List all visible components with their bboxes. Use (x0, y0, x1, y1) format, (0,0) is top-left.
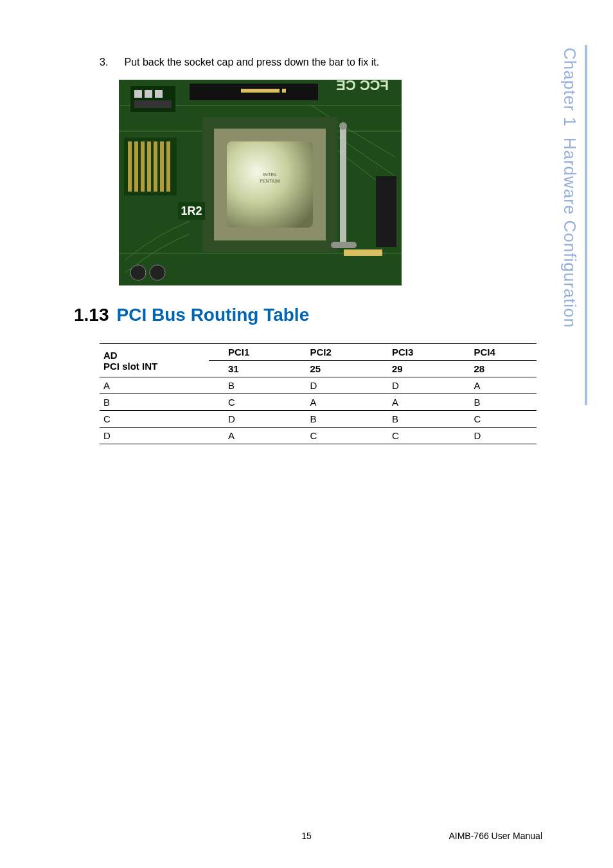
table-row: ABDDA (100, 377, 537, 394)
svg-rect-9 (145, 90, 152, 98)
motherboard-photo: FCC CE (119, 80, 402, 285)
table-cell: C (209, 394, 291, 411)
svg-rect-8 (134, 90, 142, 98)
table-cell: C (455, 411, 537, 428)
silkscreen-label: 1R2 (181, 204, 202, 217)
col-head-pci4: PCI4 (455, 344, 537, 361)
step-text: Put back the socket cap and press down t… (124, 57, 379, 68)
heading-title: PCI Bus Routing Table (117, 305, 310, 325)
heading-number: 1.13 (74, 305, 109, 325)
svg-rect-31 (154, 141, 157, 192)
table-cell: D (291, 377, 373, 394)
step-number: 3. (100, 57, 121, 68)
svg-point-24 (339, 122, 347, 130)
table-cell: B (455, 394, 537, 411)
ad-val-pci3: 29 (373, 361, 455, 377)
ad-val-pci2: 25 (291, 361, 373, 377)
svg-text:FCC CE: FCC CE (336, 80, 389, 93)
row-header-block: AD PCI slot INT (100, 344, 209, 377)
svg-rect-32 (160, 141, 164, 192)
svg-rect-23 (331, 242, 357, 248)
table-header-row-1: AD PCI slot INT PCI1 PCI2 PCI3 PCI4 (100, 344, 537, 361)
head-label-ad: AD (103, 350, 205, 361)
svg-rect-10 (155, 90, 163, 98)
ad-val-pci4: 28 (455, 361, 537, 377)
svg-rect-29 (141, 141, 145, 192)
table-cell: C (291, 428, 373, 444)
table-cell: B (291, 411, 373, 428)
table-cell: D (209, 411, 291, 428)
svg-rect-5 (241, 89, 280, 93)
footer-page-number: 15 (301, 831, 312, 841)
svg-rect-6 (282, 89, 286, 93)
svg-rect-19 (227, 141, 313, 228)
side-tab: Chapter 1 Hardware Configuration (562, 45, 587, 405)
row-label: B (100, 394, 209, 411)
table-cell: A (291, 394, 373, 411)
svg-rect-22 (340, 125, 346, 247)
row-label: C (100, 411, 209, 428)
svg-text:PENTIUM: PENTIUM (260, 179, 280, 183)
side-text: Chapter 1 Hardware Configuration (560, 48, 580, 328)
section-heading: 1.13 PCI Bus Routing Table (74, 305, 488, 325)
table-cell: A (455, 377, 537, 394)
svg-rect-11 (134, 100, 172, 108)
col-head-pci1: PCI1 (209, 344, 291, 361)
table-row: CDBBC (100, 411, 537, 428)
table-cell: A (373, 394, 455, 411)
table-cell: D (455, 428, 537, 444)
ad-val-pci1: 31 (209, 361, 291, 377)
svg-rect-16 (344, 249, 382, 256)
table-row: BCAAB (100, 394, 537, 411)
table-cell: A (209, 428, 291, 444)
footer-manual-title: AIMB-766 User Manual (449, 831, 542, 841)
table-cell: B (373, 411, 455, 428)
side-bar (585, 45, 587, 405)
row-label: D (100, 428, 209, 444)
svg-point-13 (150, 265, 165, 280)
table-row: DACCD (100, 428, 537, 444)
pci-routing-table: AD PCI slot INT PCI1 PCI2 PCI3 PCI4 31 2… (100, 343, 537, 444)
row-label: A (100, 377, 209, 394)
svg-point-12 (130, 265, 146, 280)
svg-rect-28 (134, 141, 138, 192)
side-section: Hardware Configuration (560, 138, 580, 329)
table-cell: C (373, 428, 455, 444)
svg-rect-33 (166, 141, 170, 192)
col-head-pci2: PCI2 (291, 344, 373, 361)
svg-rect-27 (128, 141, 132, 192)
head-label-slot: PCI slot INT (103, 361, 205, 372)
table-cell: B (209, 377, 291, 394)
col-head-pci3: PCI3 (373, 344, 455, 361)
svg-rect-15 (376, 176, 396, 247)
side-chapter: Chapter 1 (560, 48, 580, 127)
svg-rect-30 (147, 141, 151, 192)
step-line: 3. Put back the socket cap and press dow… (100, 57, 488, 68)
svg-text:INTEL: INTEL (263, 172, 278, 177)
table-cell: D (373, 377, 455, 394)
